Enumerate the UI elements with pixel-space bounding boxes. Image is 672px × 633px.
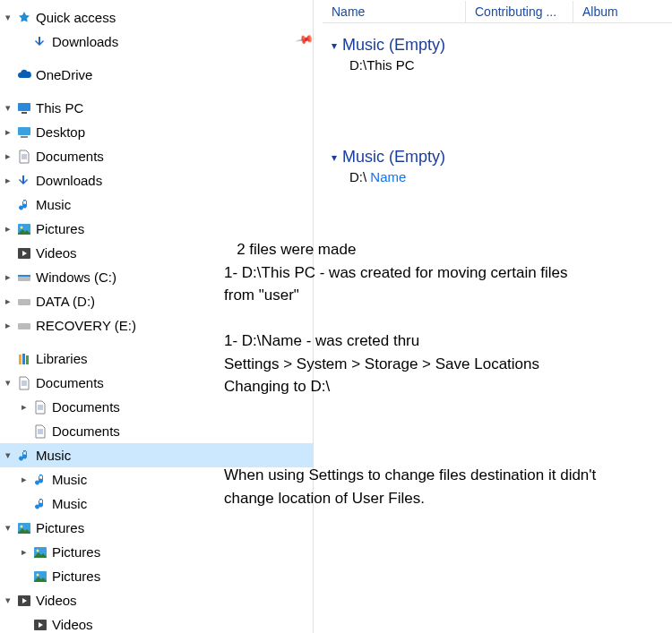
chevron-right-icon: ▸: [18, 401, 30, 414]
svg-point-19: [37, 573, 39, 576]
chevron-down-icon: ▾: [2, 102, 14, 115]
drive-icon: [16, 294, 32, 310]
picture-icon: [16, 520, 32, 536]
picture-icon: [16, 221, 32, 237]
chevron-right-icon: ▸: [2, 223, 14, 235]
tree-label: Pictures: [52, 569, 100, 584]
svg-rect-12: [22, 354, 25, 364]
tree-label: Music: [52, 496, 87, 511]
document-icon: [32, 399, 48, 415]
chevron-right-icon: ▸: [2, 175, 14, 187]
drive-icon: [16, 269, 32, 286]
svg-rect-0: [18, 103, 30, 111]
svg-rect-9: [18, 299, 30, 305]
annotation-text: 2 files were made 1- D:\This PC - was cr…: [224, 238, 582, 307]
music-note-icon: [16, 197, 32, 213]
cloud-icon: [16, 67, 32, 83]
download-arrow-icon: [16, 173, 32, 189]
tree-label: Desktop: [36, 124, 85, 140]
music-note-icon: [16, 448, 32, 464]
tree-label: Windows (C:): [36, 269, 116, 285]
chevron-right-icon: ▸: [18, 474, 30, 486]
annotation-text: When using Settings to change files dest…: [224, 464, 600, 509]
svg-rect-13: [26, 355, 29, 364]
chevron-down-icon: ▾: [2, 377, 14, 389]
video-icon: [16, 245, 32, 261]
chevron-down-icon: ▾: [2, 522, 14, 535]
chevron-right-icon: ▸: [2, 271, 14, 284]
svg-rect-3: [21, 136, 28, 138]
svg-point-15: [21, 525, 23, 527]
picture-icon: [32, 569, 48, 585]
tree-label: Documents: [52, 399, 120, 415]
svg-point-5: [21, 226, 23, 228]
tree-label: RECOVERY (E:): [36, 318, 136, 333]
tree-label: Documents: [52, 423, 120, 439]
tree-label: Videos: [36, 593, 77, 608]
content-pane: Name Contributing ... Album 📌 ▾ Music (E…: [314, 0, 672, 633]
chevron-down-icon: ▾: [2, 12, 14, 24]
tree-label: DATA (D:): [36, 294, 95, 309]
chevron-right-icon: ▸: [2, 295, 14, 308]
document-icon: [16, 375, 32, 391]
tree-label: Downloads: [52, 34, 118, 49]
video-icon: [32, 617, 48, 633]
tree-label: Pictures: [36, 221, 84, 236]
star-icon: [16, 10, 32, 26]
music-note-icon: [32, 472, 48, 488]
svg-rect-1: [22, 112, 27, 114]
picture-icon: [32, 544, 48, 560]
chevron-down-icon: ▾: [2, 595, 14, 607]
tree-label: Music: [36, 448, 71, 463]
drive-icon: [16, 318, 32, 334]
tree-label: Pictures: [52, 544, 100, 560]
chevron-right-icon: ▸: [2, 150, 14, 163]
tree-label: Downloads: [36, 173, 102, 188]
document-icon: [32, 423, 48, 440]
tree-label: Pictures: [36, 520, 84, 535]
document-icon: [16, 149, 32, 165]
music-note-icon: [32, 496, 48, 512]
svg-rect-8: [18, 275, 30, 277]
chevron-down-icon: ▾: [2, 449, 14, 462]
desktop-icon: [16, 124, 32, 141]
chevron-right-icon: ▸: [2, 126, 14, 139]
annotation-text: 1- D:\Name - was creted thru Settings > …: [224, 329, 582, 398]
svg-rect-2: [18, 127, 30, 135]
tree-label: Music: [36, 197, 71, 212]
tree-label: Documents: [36, 149, 104, 164]
monitor-icon: [16, 100, 32, 116]
video-icon: [16, 593, 32, 609]
libraries-icon: [16, 351, 32, 367]
tree-label: OneDrive: [36, 67, 92, 82]
tree-label: Quick access: [36, 10, 116, 25]
svg-rect-11: [19, 355, 22, 364]
chevron-right-icon: ▸: [2, 320, 14, 332]
tree-label: Documents: [36, 375, 104, 390]
tree-label: Libraries: [36, 351, 88, 366]
download-arrow-icon: [32, 34, 48, 50]
tree-label: Videos: [52, 617, 93, 632]
svg-rect-10: [18, 323, 30, 329]
tree-label: Music: [52, 472, 87, 487]
svg-point-17: [37, 549, 39, 552]
chevron-right-icon: ▸: [18, 546, 30, 559]
tree-label: Videos: [36, 245, 77, 261]
tree-label: This PC: [36, 100, 83, 115]
